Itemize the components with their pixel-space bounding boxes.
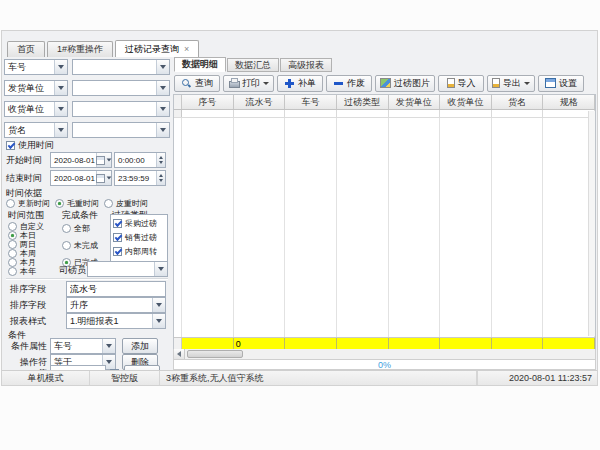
vehicle-value-combo[interactable] [72, 59, 170, 75]
checkbox-purchase-weigh[interactable]: 采购过磅 [113, 218, 167, 229]
settings-button[interactable]: 设置 [538, 75, 584, 92]
column-header-serial[interactable]: 流水号 [234, 95, 286, 109]
print-button[interactable]: 打印 [223, 75, 274, 92]
add-condition-button[interactable]: 添加 [122, 338, 158, 354]
chevron-down-icon[interactable] [54, 81, 67, 95]
column-header-weigh-type-label: 过磅类型 [344, 96, 380, 109]
tab-advanced-report[interactable]: 高级报表 [280, 58, 332, 72]
settings-icon [545, 78, 556, 88]
filter-row-sender: 发货单位 [4, 80, 170, 96]
chevron-down-icon[interactable] [54, 123, 67, 137]
goods-value-combo[interactable] [72, 122, 170, 138]
calendar-icon[interactable] [96, 171, 111, 185]
tab-data-detail-label: 数据明细 [182, 58, 218, 71]
field-select-sender[interactable]: 发货单位 [4, 80, 68, 96]
start-time-label: 开始时间 [6, 154, 50, 167]
report-style-combo[interactable]: 1.明细报表1 [66, 313, 166, 329]
weigher-combo[interactable] [87, 261, 168, 277]
scroll-left-arrow-icon[interactable] [174, 349, 185, 359]
calendar-icon[interactable] [96, 153, 111, 167]
spinner-arrows-icon[interactable] [156, 171, 165, 185]
horizontal-scrollbar[interactable] [173, 349, 596, 360]
sort-field-input[interactable] [70, 282, 162, 296]
chevron-down-icon[interactable] [54, 60, 67, 74]
export-button-label: 导出 [503, 77, 521, 90]
status-system-name: 3称重系统,无人值守系统 [160, 371, 477, 385]
status-edition: 智控版 [90, 371, 160, 385]
import-button[interactable]: 导入 [438, 75, 484, 92]
checkbox-sale-weigh[interactable]: 销售过磅 [113, 232, 167, 243]
radio-unfinished-label: 未完成 [74, 240, 98, 251]
sender-value-combo[interactable] [72, 80, 170, 96]
export-icon [492, 78, 500, 88]
tab-weigh-operate[interactable]: 1#称重操作 [47, 41, 113, 57]
end-time-label: 结束时间 [6, 172, 50, 185]
filter-row-receiver: 收货单位 [4, 101, 170, 117]
radio-tare-time[interactable]: 皮重时间 [104, 198, 148, 209]
field-select-vehicle[interactable]: 车号 [4, 59, 68, 75]
scrollbar-thumb[interactable] [187, 350, 243, 358]
start-date-picker[interactable]: 2020-08-01 [50, 152, 112, 168]
condition-attr-combo[interactable]: 车号 [50, 338, 116, 354]
query-button[interactable]: 查询 [174, 75, 220, 92]
add-condition-label: 添加 [131, 340, 149, 353]
summary-cell [492, 338, 544, 349]
query-filter-panel: 车号 发货单位 收货单位 货名 使用时间 [4, 57, 170, 370]
column-header-vehicle[interactable]: 车号 [285, 95, 337, 109]
tab-home-label: 首页 [17, 43, 35, 56]
tab-record-query[interactable]: 过磅记录查询 × [115, 40, 199, 57]
chevron-down-icon[interactable] [152, 298, 165, 312]
summary-cell-count: 0 [234, 338, 286, 349]
records-grid: 序号 流水号 车号 过磅类型 发货单位 收货单位 货名 规格 [173, 94, 596, 349]
chevron-down-icon[interactable] [156, 102, 169, 116]
column-header-weigh-type[interactable]: 过磅类型 [337, 95, 389, 109]
end-time-value: 23:59:59 [115, 174, 156, 183]
column-header-receiver[interactable]: 收货单位 [440, 95, 492, 109]
use-time-checkbox[interactable] [6, 141, 15, 150]
filter-row-vehicle: 车号 [4, 59, 170, 75]
weigh-photos-button[interactable]: 过磅图片 [375, 75, 435, 92]
chevron-down-icon[interactable] [156, 81, 169, 95]
radio-unfinished[interactable]: 未完成 [62, 240, 98, 251]
column-header-spec[interactable]: 规格 [543, 95, 595, 109]
column-header-sender[interactable]: 发货单位 [389, 95, 441, 109]
chevron-down-icon[interactable] [156, 123, 169, 137]
row-indicator-column [174, 118, 182, 337]
column-header-seq[interactable]: 序号 [182, 95, 234, 109]
checkbox-internal-weigh[interactable]: 内部周转 [113, 246, 167, 257]
chevron-down-icon[interactable] [154, 262, 167, 276]
column-header-goods-label: 货名 [508, 96, 526, 109]
radio-gross-time[interactable]: 毛重时间 [55, 198, 99, 209]
chevron-down-icon[interactable] [54, 102, 67, 116]
export-button[interactable]: 导出 [487, 75, 535, 92]
column-header-serial-label: 流水号 [245, 96, 272, 109]
tab-data-detail[interactable]: 数据明细 [174, 57, 226, 72]
receiver-value-combo[interactable] [72, 101, 170, 117]
report-style-row: 报表样式 1.明细报表1 [10, 313, 166, 329]
start-time-spinner[interactable]: 0:00:00 [114, 152, 166, 168]
summary-cell [543, 338, 595, 349]
column-header-goods[interactable]: 货名 [492, 95, 544, 109]
radio-update-time[interactable]: 更新时间 [6, 198, 50, 209]
progress-bar: 0% [173, 360, 596, 370]
checkbox-sale-weigh-label: 销售过磅 [125, 232, 157, 243]
chevron-down-icon[interactable] [152, 314, 165, 328]
end-date-picker[interactable]: 2020-08-01 [50, 170, 112, 186]
chevron-down-icon[interactable] [156, 60, 169, 74]
tab-close-icon[interactable]: × [184, 45, 189, 54]
chevron-down-icon[interactable] [102, 339, 115, 353]
vertical-scrollbar[interactable] [588, 111, 595, 336]
tab-home[interactable]: 首页 [7, 41, 45, 57]
supplement-button[interactable]: 补单 [277, 75, 323, 92]
tab-data-summary[interactable]: 数据汇总 [227, 58, 279, 72]
end-time-spinner[interactable]: 23:59:59 [114, 170, 166, 186]
field-select-goods[interactable]: 货名 [4, 122, 68, 138]
void-button[interactable]: 作废 [326, 75, 372, 92]
spinner-arrows-icon[interactable] [156, 153, 165, 167]
sort-order-combo[interactable]: 升序 [66, 297, 166, 313]
radio-all[interactable]: 全部 [62, 223, 90, 234]
field-select-receiver[interactable]: 收货单位 [4, 101, 68, 117]
radio-this-year[interactable]: 本年 [8, 266, 36, 277]
start-time-row: 开始时间 2020-08-01 0:00:00 [6, 152, 170, 168]
report-style-value: 1.明细报表1 [67, 315, 152, 328]
